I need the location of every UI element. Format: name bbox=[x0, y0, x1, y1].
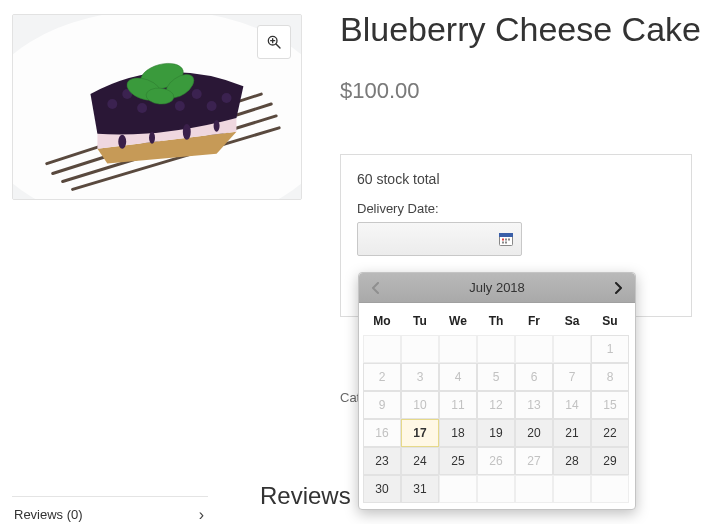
svg-point-7 bbox=[192, 89, 202, 99]
day-cell bbox=[591, 475, 629, 503]
svg-point-6 bbox=[175, 101, 185, 111]
day-cell bbox=[477, 335, 515, 363]
reviews-heading: Reviews bbox=[260, 482, 351, 510]
chevron-right-icon: › bbox=[199, 506, 204, 524]
svg-rect-27 bbox=[502, 242, 504, 244]
svg-rect-26 bbox=[508, 239, 510, 241]
day-cell: 6 bbox=[515, 363, 553, 391]
dayname-cell: Su bbox=[591, 307, 629, 335]
dayname-cell: Sa bbox=[553, 307, 591, 335]
day-cell: 26 bbox=[477, 447, 515, 475]
day-cell bbox=[401, 335, 439, 363]
dayname-cell: Fr bbox=[515, 307, 553, 335]
day-cell: 13 bbox=[515, 391, 553, 419]
svg-rect-23 bbox=[500, 234, 513, 237]
day-cell bbox=[477, 475, 515, 503]
day-cell: 27 bbox=[515, 447, 553, 475]
day-cell: 1 bbox=[591, 335, 629, 363]
day-cell[interactable]: 31 bbox=[401, 475, 439, 503]
svg-point-15 bbox=[149, 132, 155, 144]
datepicker-daynames-row: MoTuWeThFrSaSu bbox=[363, 307, 631, 335]
chevron-left-icon bbox=[371, 282, 381, 294]
delivery-date-label: Delivery Date: bbox=[357, 201, 675, 216]
svg-rect-25 bbox=[505, 239, 507, 241]
magnify-plus-icon bbox=[266, 34, 282, 50]
day-cell bbox=[439, 335, 477, 363]
product-image[interactable] bbox=[12, 14, 302, 200]
product-title: Blueberry Cheese Cake bbox=[340, 10, 701, 49]
day-cell: 5 bbox=[477, 363, 515, 391]
day-cell: 12 bbox=[477, 391, 515, 419]
day-cell[interactable]: 21 bbox=[553, 419, 591, 447]
day-cell bbox=[553, 335, 591, 363]
day-cell bbox=[515, 475, 553, 503]
day-cell bbox=[553, 475, 591, 503]
svg-point-17 bbox=[214, 120, 220, 132]
day-cell: 7 bbox=[553, 363, 591, 391]
svg-rect-28 bbox=[505, 242, 507, 244]
svg-rect-24 bbox=[502, 239, 504, 241]
day-cell bbox=[439, 475, 477, 503]
day-cell[interactable]: 28 bbox=[553, 447, 591, 475]
day-cell: 2 bbox=[363, 363, 401, 391]
day-cell: 8 bbox=[591, 363, 629, 391]
dayname-cell: Th bbox=[477, 307, 515, 335]
svg-point-4 bbox=[137, 103, 147, 113]
stock-text: 60 stock total bbox=[357, 171, 675, 187]
day-cell: 3 bbox=[401, 363, 439, 391]
day-cell: 15 bbox=[591, 391, 629, 419]
day-cell: 11 bbox=[439, 391, 477, 419]
product-price: $100.00 bbox=[340, 78, 420, 104]
day-cell: 10 bbox=[401, 391, 439, 419]
day-cell: 16 bbox=[363, 419, 401, 447]
dayname-cell: Tu bbox=[401, 307, 439, 335]
zoom-button[interactable] bbox=[257, 25, 291, 59]
svg-point-2 bbox=[107, 99, 117, 109]
svg-line-19 bbox=[276, 44, 280, 48]
dayname-cell: We bbox=[439, 307, 477, 335]
next-month-button[interactable] bbox=[609, 279, 627, 297]
day-cell[interactable]: 24 bbox=[401, 447, 439, 475]
calendar-icon bbox=[499, 232, 513, 246]
day-cell[interactable]: 30 bbox=[363, 475, 401, 503]
day-cell[interactable]: 18 bbox=[439, 419, 477, 447]
svg-point-14 bbox=[118, 135, 126, 149]
dayname-cell: Mo bbox=[363, 307, 401, 335]
day-cell bbox=[363, 335, 401, 363]
day-cell bbox=[515, 335, 553, 363]
day-cell[interactable]: 23 bbox=[363, 447, 401, 475]
datepicker-title: July 2018 bbox=[469, 280, 525, 295]
day-cell[interactable]: 19 bbox=[477, 419, 515, 447]
day-cell: 4 bbox=[439, 363, 477, 391]
day-cell[interactable]: 20 bbox=[515, 419, 553, 447]
day-cell: 14 bbox=[553, 391, 591, 419]
datepicker-popup: July 2018 MoTuWeThFrSaSu 123456789101112… bbox=[358, 272, 636, 510]
prev-month-button[interactable] bbox=[367, 279, 385, 297]
chevron-right-icon bbox=[613, 282, 623, 294]
svg-point-9 bbox=[222, 93, 232, 103]
svg-point-8 bbox=[207, 101, 217, 111]
day-cell[interactable]: 25 bbox=[439, 447, 477, 475]
delivery-date-input[interactable] bbox=[357, 222, 522, 256]
datepicker-body: 1234567891011121314151617181920212223242… bbox=[363, 335, 631, 503]
reviews-tab-label: Reviews (0) bbox=[14, 507, 83, 522]
reviews-tab[interactable]: Reviews (0) › bbox=[12, 496, 208, 524]
day-cell[interactable]: 17 bbox=[401, 419, 439, 447]
svg-point-16 bbox=[183, 124, 191, 140]
day-cell[interactable]: 22 bbox=[591, 419, 629, 447]
day-cell[interactable]: 29 bbox=[591, 447, 629, 475]
day-cell: 9 bbox=[363, 391, 401, 419]
